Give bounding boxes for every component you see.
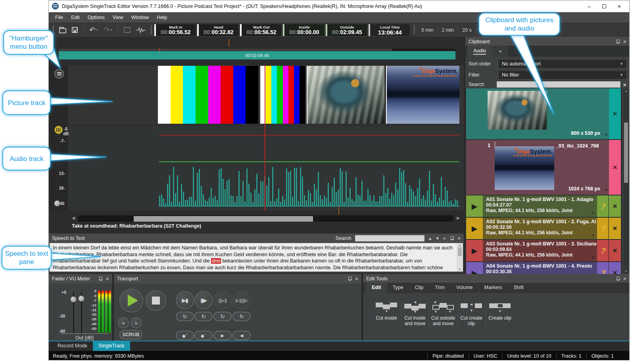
undo-button[interactable]: ↶▾ <box>89 26 98 34</box>
maximize-button[interactable] <box>597 1 612 12</box>
hamburger-menu-button[interactable] <box>54 69 64 79</box>
play-selection-button[interactable]: ▮▶▮ <box>213 291 232 309</box>
menu-item-file[interactable]: File <box>51 13 67 22</box>
play-to-mark-button[interactable]: ▶▮ <box>176 291 194 309</box>
gain-fader-track[interactable] <box>57 135 59 205</box>
save-project-button[interactable] <box>72 27 78 33</box>
collapse-chevron-icon[interactable]: « <box>590 211 596 215</box>
clipboard-audio-item[interactable]: ▶A01 Sonate Nr. 1 g-moll BWV 1001 - 1. A… <box>466 195 621 217</box>
loop-button-1[interactable]: ↻ <box>176 312 194 321</box>
remove-item-button[interactable]: × <box>609 88 621 139</box>
pin-icon[interactable] <box>450 236 454 241</box>
edit-tools-tab-type[interactable]: Type <box>387 283 409 293</box>
scrub-button[interactable]: SCRUB <box>119 330 142 339</box>
edit-tools-tab-volume[interactable]: Volume <box>451 283 479 293</box>
play-from-mark-button[interactable]: ▮▶ <box>194 291 213 309</box>
audio-processor-button[interactable] <box>136 27 146 34</box>
clipboard-add-tab[interactable]: + <box>492 46 508 57</box>
play-button[interactable] <box>119 289 143 312</box>
prelisten-button[interactable]: ? <box>597 262 608 274</box>
playhead[interactable] <box>265 65 265 211</box>
timecode-mark-out[interactable]: Mark Out00:00:56.52 <box>240 24 281 36</box>
play-around-button[interactable]: ▶▮▮▶ <box>232 291 251 309</box>
edit-tools-tab-markers[interactable]: Markers <box>479 283 508 293</box>
prelisten-button[interactable]: ? <box>597 240 608 261</box>
pin-icon[interactable] <box>616 39 620 44</box>
clipboard-audio-item[interactable]: ▶A02 Sonate Nr. 1 g-moll BWV 1001 - 2. F… <box>466 218 621 239</box>
close-pane-icon[interactable]: × <box>106 276 109 282</box>
lizard-picture[interactable] <box>307 66 384 124</box>
tab-record-mode[interactable]: Record Mode <box>52 341 93 351</box>
menu-item-view[interactable]: View <box>109 13 127 22</box>
scroll-right-icon[interactable]: ▶ <box>457 216 460 220</box>
gain-fader-knob[interactable] <box>54 200 60 207</box>
close-button[interactable]: × <box>612 1 627 12</box>
play-item-button[interactable]: ▶ <box>466 240 483 261</box>
menu-item-window[interactable]: Window <box>127 13 153 22</box>
out-fader-knob-left[interactable] <box>70 296 77 303</box>
minimize-button[interactable]: – <box>582 1 597 12</box>
clipboard-picture-item[interactable]: 1 _03_ibc_1024_768 DigaSystem. 1024 x 76… <box>466 140 621 195</box>
clipboard-search-input[interactable] <box>497 81 620 88</box>
clipboard-audio-item[interactable]: ▶A03 Sonate Nr. 1 g-moll BWV 1001 - 3. S… <box>466 240 621 261</box>
close-pane-icon[interactable]: × <box>355 276 358 282</box>
remove-item-button[interactable]: × <box>609 218 621 239</box>
prev-marker-button[interactable]: ◀ <box>232 331 251 340</box>
tab-singletrack[interactable]: SingleTrack <box>93 341 130 351</box>
audio-track-icon[interactable] <box>54 126 63 134</box>
timecode-mark-in[interactable]: Mark In00:00:56.52 <box>154 24 196 36</box>
clipboard-picture-item[interactable]: 800 x 530 px « × <box>466 88 621 139</box>
close-pane-icon[interactable]: × <box>623 38 626 45</box>
play-item-button[interactable]: ▶ <box>466 262 483 274</box>
tool-create-clip[interactable]: ▼ Create clip <box>487 300 513 321</box>
search-prev-icon[interactable]: ▲ <box>428 236 432 241</box>
clipboard-audio-item[interactable]: ▶A04 Sonate Nr. 1 g-moll BWV 1001 - 4. P… <box>466 262 621 274</box>
zoom-range-button-20s[interactable]: 20 s <box>458 25 476 36</box>
prelisten-button[interactable]: ? <box>597 218 608 239</box>
clipboard-tab-audio[interactable]: Audio <box>467 46 492 57</box>
menu-item-options[interactable]: Options <box>84 13 109 22</box>
open-project-button[interactable] <box>59 27 66 33</box>
overview-progress-strip[interactable] <box>59 49 455 51</box>
skip-forward-button[interactable]: » <box>131 317 142 328</box>
play-item-button[interactable]: ▶ <box>466 195 483 217</box>
sort-order-select[interactable]: No automatic sort▼ <box>499 60 626 68</box>
speech-scrollbar[interactable]: ▲▼ <box>457 243 463 272</box>
out-fader-knob-right[interactable] <box>78 295 85 302</box>
timecode-inside[interactable]: Inside00:00:00.00 <box>283 24 324 36</box>
remove-item-button[interactable]: × <box>609 262 621 274</box>
redo-button[interactable]: ↷▾ <box>104 26 112 34</box>
loop-button-4[interactable]: ↻ <box>232 312 251 321</box>
timecode-local-time[interactable]: Local Time13:06:44 <box>369 24 410 36</box>
remove-item-button[interactable]: × <box>609 195 621 217</box>
menu-item-edit[interactable]: Edit <box>67 13 84 22</box>
filter-select[interactable]: No filter▼ <box>499 71 626 79</box>
remove-marker-button[interactable]: ◆− <box>194 331 213 340</box>
scrollbar-track[interactable] <box>78 215 453 222</box>
collapse-chevron-icon[interactable]: « <box>590 256 596 259</box>
audio-waveform[interactable] <box>159 131 459 207</box>
edit-tools-tab-clip[interactable]: Clip <box>409 283 430 293</box>
next-marker-button[interactable]: ▶ <box>213 331 232 340</box>
toolbar-grip[interactable] <box>151 25 152 35</box>
edit-tools-tab-trim[interactable]: Trim <box>429 283 451 293</box>
scroll-left-icon[interactable]: ◀ <box>72 216 75 220</box>
loop-button-3[interactable]: ↻ <box>213 312 232 321</box>
close-pane-icon[interactable]: × <box>457 235 461 241</box>
clear-search-icon[interactable]: × <box>623 81 626 88</box>
speech-text[interactable]: In einem kleinen Dorf da lebte einst ein… <box>50 243 463 272</box>
tool-cut-outside-move[interactable]: ◄▼▼ Cut outside and move <box>430 300 456 326</box>
remove-item-button[interactable]: × <box>609 240 621 261</box>
scrollbar-thumb[interactable] <box>134 216 313 222</box>
tool-cut-inside-move[interactable]: ◄▼ Cut inside and move <box>402 300 428 326</box>
soundhead-marker-icon[interactable] <box>338 207 339 215</box>
clipboard-scrollbar[interactable]: ▲▼ <box>623 88 629 274</box>
lizard-thumbnail[interactable] <box>488 91 547 130</box>
zoom-range-button-2min[interactable]: 2 min <box>437 25 458 36</box>
menu-item-help[interactable]: Help <box>153 13 171 22</box>
digasystem-thumbnail[interactable]: DigaSystem. <box>495 146 554 190</box>
timecode-outside[interactable]: Outside00:02:09.45 <box>326 24 367 36</box>
colorbar-image-2[interactable] <box>260 66 305 124</box>
prelisten-button[interactable]: ? <box>597 195 608 217</box>
position-marker-icon[interactable] <box>229 39 229 46</box>
